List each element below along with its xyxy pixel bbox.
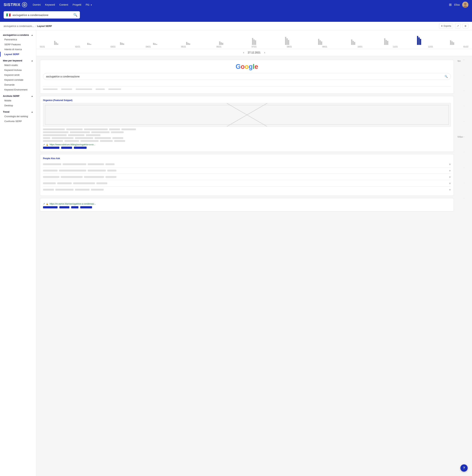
chart-bar-1-1[interactable] bbox=[89, 43, 90, 45]
sidebar-section-keyword-header[interactable]: asciugatrice a condens ▲ bbox=[0, 32, 36, 37]
sidebar-section-idee-header[interactable]: Idee per keyword ▲ bbox=[0, 58, 36, 63]
snippet-url[interactable]: https://www.sulsicuro.it/blog/asciugatri… bbox=[49, 143, 95, 146]
lock-icon: 🔒 bbox=[46, 144, 49, 146]
chart-bar-group-7 bbox=[271, 37, 303, 45]
chart-bar-7-2[interactable] bbox=[288, 40, 289, 45]
chart-bar-7-1[interactable] bbox=[286, 38, 288, 45]
chart-bar-0-2[interactable] bbox=[57, 43, 58, 45]
export-button[interactable]: ⬇ Esporta bbox=[439, 24, 453, 28]
chart-bar-12-0[interactable] bbox=[450, 40, 451, 45]
breadcrumb-parent[interactable]: asciugatrice a condensazio... bbox=[4, 25, 34, 27]
chart-bar-2-1[interactable] bbox=[121, 43, 123, 45]
dropdown-arrow-icon: ▼ bbox=[90, 4, 92, 6]
serp-wrapper: G o o g l e asciugatrice a condensazione… bbox=[36, 56, 472, 217]
paa-item-3[interactable]: ∨ bbox=[43, 174, 451, 180]
chart-bar-5-2[interactable] bbox=[222, 43, 223, 45]
nav-keyword[interactable]: Keyword bbox=[45, 3, 55, 6]
nav-content[interactable]: Content bbox=[59, 3, 68, 6]
chart-bar-8-0[interactable] bbox=[318, 39, 319, 45]
sidebar-item-panoramica[interactable]: Panoramica bbox=[0, 37, 36, 42]
sidebar-item-mobile[interactable]: Mobile bbox=[0, 98, 36, 103]
breadcrumb-pill-2 bbox=[61, 147, 72, 149]
sidebar-item-keyword-correlate[interactable]: Keyword correlate bbox=[0, 77, 36, 82]
sidebar-item-layout-serp[interactable]: Layout SERP bbox=[0, 52, 36, 57]
search-button[interactable]: 🔍 bbox=[73, 13, 77, 17]
chart-bar-group-6 bbox=[238, 38, 271, 45]
chart-bar-5-1[interactable] bbox=[221, 42, 222, 45]
organic2-url[interactable]: https://m.eprice.it/pr/asciugatrice-a-co… bbox=[49, 203, 96, 205]
sidebar-section-trend-header[interactable]: Trend ▲ bbox=[0, 109, 36, 114]
sidebar-item-desktop[interactable]: Desktop bbox=[0, 103, 36, 108]
avatar[interactable] bbox=[462, 2, 468, 8]
sidebar-item-serp-features[interactable]: SERP Features bbox=[0, 42, 36, 47]
chart-bar-9-1[interactable] bbox=[353, 41, 354, 45]
google-letter-o2: o bbox=[245, 63, 249, 70]
chart-bar-12-2[interactable] bbox=[453, 42, 454, 45]
chart-bar-9-2[interactable] bbox=[354, 42, 355, 45]
trend-collapse-icon: ▲ bbox=[31, 111, 33, 113]
sidebar-item-confronto[interactable]: Confronto SERP bbox=[0, 119, 36, 124]
chart-bar-3-0[interactable] bbox=[153, 43, 154, 45]
chart-bar-9-0[interactable] bbox=[351, 39, 352, 45]
google-letter-e: e bbox=[255, 63, 258, 70]
paa-item-5[interactable]: ∨ bbox=[43, 187, 451, 193]
share-button[interactable]: ↗ bbox=[455, 24, 461, 28]
chart-bar-8-1[interactable] bbox=[320, 40, 321, 45]
paa-item-2[interactable]: ∨ bbox=[43, 168, 451, 174]
chart-bar-0-0[interactable] bbox=[54, 41, 55, 45]
serp-google-search-card: G o o g l e asciugatrice a condensazione… bbox=[40, 60, 454, 94]
chart-bars bbox=[40, 32, 468, 45]
help-button[interactable]: ? bbox=[460, 464, 468, 472]
grid-icon[interactable]: ⊞ bbox=[449, 3, 452, 7]
user-name: Elisa bbox=[454, 3, 460, 6]
chart-bar-7-0[interactable] bbox=[285, 37, 286, 45]
sidebar-item-cronologia[interactable]: Cronologia dei ranking bbox=[0, 114, 36, 119]
sidebar-item-keyword-inclusa[interactable]: Keyword inclusa bbox=[0, 68, 36, 72]
chart-bar-1-2[interactable] bbox=[90, 44, 91, 45]
chart-bar-6-1[interactable] bbox=[253, 39, 255, 45]
chart-bar-10-2[interactable] bbox=[387, 41, 388, 45]
sidebar-item-keyword-environment[interactable]: Keyword Environment bbox=[0, 87, 36, 92]
sidebar-item-keyword-simili[interactable]: Keyword simili bbox=[0, 72, 36, 77]
paa-chevron-4: ∨ bbox=[449, 182, 451, 185]
chart-bar-6-2[interactable] bbox=[255, 40, 256, 45]
chart-bar-4-0[interactable] bbox=[186, 42, 187, 45]
search-input[interactable] bbox=[13, 14, 71, 17]
chart-bar-1-0[interactable] bbox=[87, 43, 88, 45]
sidebar-section-archivio-header[interactable]: Archivio SERP ▲ bbox=[0, 93, 36, 98]
nav-domini[interactable]: Domini bbox=[33, 3, 41, 6]
chart-bar-11-2[interactable] bbox=[420, 39, 421, 45]
featured-snippet-label: Organico (Featured Snippet) bbox=[43, 99, 451, 102]
chart-bar-11-0[interactable] bbox=[417, 36, 418, 45]
search-box: 🇮🇹 🔍 bbox=[4, 11, 80, 18]
blue-pills-2 bbox=[43, 206, 451, 208]
sidebar-item-intento[interactable]: Intento di ricerca bbox=[0, 47, 36, 52]
chart-bar-0-1[interactable] bbox=[56, 42, 57, 45]
chart-bar-10-0[interactable] bbox=[384, 38, 385, 45]
chart-bar-6-0[interactable] bbox=[252, 38, 253, 45]
nav-piu[interactable]: Più ▼ bbox=[86, 3, 92, 6]
sidebar-item-match-esatto[interactable]: Match esatto bbox=[0, 63, 36, 68]
chart-bar-2-0[interactable] bbox=[120, 42, 121, 45]
chart-bar-3-2[interactable] bbox=[156, 44, 157, 45]
chart-label-6: 07/21 bbox=[252, 46, 257, 48]
sidebar-item-domande[interactable]: Domande bbox=[0, 82, 36, 87]
chart-bar-10-1[interactable] bbox=[386, 40, 387, 45]
chart-bar-3-1[interactable] bbox=[154, 43, 156, 45]
date-next-button[interactable]: › bbox=[264, 51, 265, 54]
chart-bar-5-0[interactable] bbox=[219, 41, 220, 45]
paa-item-1[interactable]: ∨ bbox=[43, 161, 451, 168]
chart-bar-2-2[interactable] bbox=[123, 43, 124, 45]
chart-bar-8-2[interactable] bbox=[321, 41, 322, 45]
paa-chevron-3: ∨ bbox=[449, 176, 451, 178]
chart-bar-11-1[interactable] bbox=[418, 37, 420, 45]
chart-bar-4-2[interactable] bbox=[189, 43, 190, 45]
chart-bar-4-1[interactable] bbox=[188, 43, 189, 45]
paa-item-4[interactable]: ∨ bbox=[43, 180, 451, 187]
grid-view-button[interactable]: ⊞ bbox=[463, 24, 468, 28]
date-prev-button[interactable]: ‹ bbox=[243, 51, 244, 54]
chart-bar-12-1[interactable] bbox=[452, 41, 453, 45]
chart-label-0: 01/21 bbox=[40, 46, 45, 48]
nav-progetti[interactable]: Progetti bbox=[73, 3, 81, 6]
serp-main: G o o g l e asciugatrice a condensazione… bbox=[40, 60, 454, 214]
